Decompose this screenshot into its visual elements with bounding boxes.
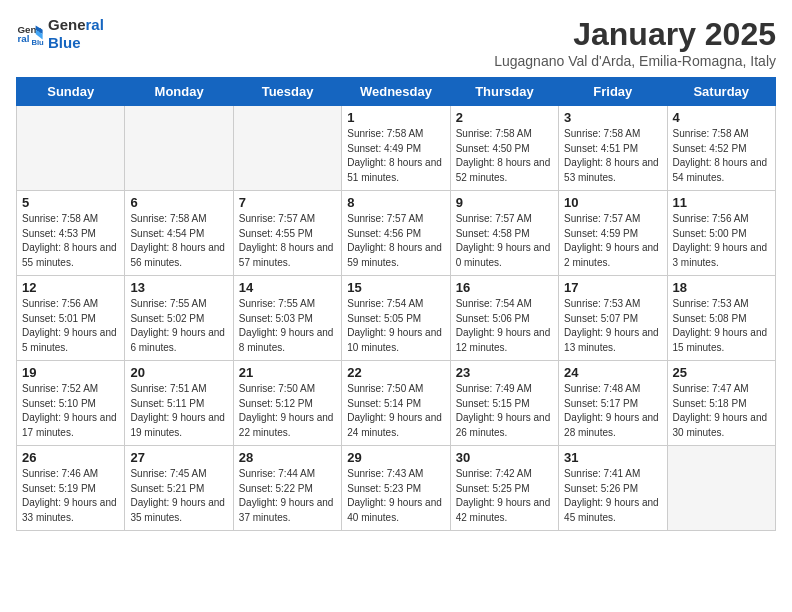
day-number: 4 bbox=[673, 110, 770, 125]
day-number: 11 bbox=[673, 195, 770, 210]
day-info: Sunrise: 7:58 AMSunset: 4:50 PMDaylight:… bbox=[456, 127, 553, 185]
day-info: Sunrise: 7:52 AMSunset: 5:10 PMDaylight:… bbox=[22, 382, 119, 440]
day-info: Sunrise: 7:58 AMSunset: 4:53 PMDaylight:… bbox=[22, 212, 119, 270]
day-number: 19 bbox=[22, 365, 119, 380]
day-cell-15: 15Sunrise: 7:54 AMSunset: 5:05 PMDayligh… bbox=[342, 276, 450, 361]
day-cell-6: 6Sunrise: 7:58 AMSunset: 4:54 PMDaylight… bbox=[125, 191, 233, 276]
day-number: 8 bbox=[347, 195, 444, 210]
day-number: 2 bbox=[456, 110, 553, 125]
day-cell-26: 26Sunrise: 7:46 AMSunset: 5:19 PMDayligh… bbox=[17, 446, 125, 531]
day-info: Sunrise: 7:58 AMSunset: 4:52 PMDaylight:… bbox=[673, 127, 770, 185]
calendar-title: January 2025 bbox=[494, 16, 776, 53]
day-info: Sunrise: 7:57 AMSunset: 4:58 PMDaylight:… bbox=[456, 212, 553, 270]
day-cell-11: 11Sunrise: 7:56 AMSunset: 5:00 PMDayligh… bbox=[667, 191, 775, 276]
day-info: Sunrise: 7:58 AMSunset: 4:51 PMDaylight:… bbox=[564, 127, 661, 185]
day-number: 16 bbox=[456, 280, 553, 295]
day-info: Sunrise: 7:45 AMSunset: 5:21 PMDaylight:… bbox=[130, 467, 227, 525]
day-info: Sunrise: 7:47 AMSunset: 5:18 PMDaylight:… bbox=[673, 382, 770, 440]
day-cell-3: 3Sunrise: 7:58 AMSunset: 4:51 PMDaylight… bbox=[559, 106, 667, 191]
day-cell-17: 17Sunrise: 7:53 AMSunset: 5:07 PMDayligh… bbox=[559, 276, 667, 361]
day-cell-4: 4Sunrise: 7:58 AMSunset: 4:52 PMDaylight… bbox=[667, 106, 775, 191]
day-number: 27 bbox=[130, 450, 227, 465]
day-cell-19: 19Sunrise: 7:52 AMSunset: 5:10 PMDayligh… bbox=[17, 361, 125, 446]
day-number: 28 bbox=[239, 450, 336, 465]
day-cell-10: 10Sunrise: 7:57 AMSunset: 4:59 PMDayligh… bbox=[559, 191, 667, 276]
day-info: Sunrise: 7:48 AMSunset: 5:17 PMDaylight:… bbox=[564, 382, 661, 440]
day-cell-2: 2Sunrise: 7:58 AMSunset: 4:50 PMDaylight… bbox=[450, 106, 558, 191]
day-info: Sunrise: 7:41 AMSunset: 5:26 PMDaylight:… bbox=[564, 467, 661, 525]
day-cell-18: 18Sunrise: 7:53 AMSunset: 5:08 PMDayligh… bbox=[667, 276, 775, 361]
day-number: 1 bbox=[347, 110, 444, 125]
day-info: Sunrise: 7:58 AMSunset: 4:49 PMDaylight:… bbox=[347, 127, 444, 185]
day-cell-31: 31Sunrise: 7:41 AMSunset: 5:26 PMDayligh… bbox=[559, 446, 667, 531]
day-header-sunday: Sunday bbox=[17, 78, 125, 106]
day-info: Sunrise: 7:56 AMSunset: 5:00 PMDaylight:… bbox=[673, 212, 770, 270]
day-header-friday: Friday bbox=[559, 78, 667, 106]
day-cell-23: 23Sunrise: 7:49 AMSunset: 5:15 PMDayligh… bbox=[450, 361, 558, 446]
svg-text:Blue: Blue bbox=[31, 38, 44, 47]
week-row-3: 12Sunrise: 7:56 AMSunset: 5:01 PMDayligh… bbox=[17, 276, 776, 361]
week-row-5: 26Sunrise: 7:46 AMSunset: 5:19 PMDayligh… bbox=[17, 446, 776, 531]
calendar-subtitle: Lugagnano Val d'Arda, Emilia-Romagna, It… bbox=[494, 53, 776, 69]
day-cell-8: 8Sunrise: 7:57 AMSunset: 4:56 PMDaylight… bbox=[342, 191, 450, 276]
day-info: Sunrise: 7:57 AMSunset: 4:56 PMDaylight:… bbox=[347, 212, 444, 270]
day-cell-27: 27Sunrise: 7:45 AMSunset: 5:21 PMDayligh… bbox=[125, 446, 233, 531]
day-info: Sunrise: 7:55 AMSunset: 5:02 PMDaylight:… bbox=[130, 297, 227, 355]
day-number: 6 bbox=[130, 195, 227, 210]
week-row-4: 19Sunrise: 7:52 AMSunset: 5:10 PMDayligh… bbox=[17, 361, 776, 446]
day-number: 30 bbox=[456, 450, 553, 465]
day-cell-28: 28Sunrise: 7:44 AMSunset: 5:22 PMDayligh… bbox=[233, 446, 341, 531]
day-info: Sunrise: 7:44 AMSunset: 5:22 PMDaylight:… bbox=[239, 467, 336, 525]
day-cell-16: 16Sunrise: 7:54 AMSunset: 5:06 PMDayligh… bbox=[450, 276, 558, 361]
day-cell-24: 24Sunrise: 7:48 AMSunset: 5:17 PMDayligh… bbox=[559, 361, 667, 446]
day-info: Sunrise: 7:57 AMSunset: 4:59 PMDaylight:… bbox=[564, 212, 661, 270]
day-info: Sunrise: 7:56 AMSunset: 5:01 PMDaylight:… bbox=[22, 297, 119, 355]
header: Gene ral Blue General Blue January 2025 … bbox=[16, 16, 776, 69]
day-number: 10 bbox=[564, 195, 661, 210]
day-info: Sunrise: 7:54 AMSunset: 5:05 PMDaylight:… bbox=[347, 297, 444, 355]
day-number: 23 bbox=[456, 365, 553, 380]
day-info: Sunrise: 7:53 AMSunset: 5:08 PMDaylight:… bbox=[673, 297, 770, 355]
day-cell-5: 5Sunrise: 7:58 AMSunset: 4:53 PMDaylight… bbox=[17, 191, 125, 276]
day-number: 24 bbox=[564, 365, 661, 380]
day-number: 15 bbox=[347, 280, 444, 295]
logo-text: General Blue bbox=[48, 16, 104, 52]
day-number: 20 bbox=[130, 365, 227, 380]
day-number: 3 bbox=[564, 110, 661, 125]
day-number: 13 bbox=[130, 280, 227, 295]
day-cell-21: 21Sunrise: 7:50 AMSunset: 5:12 PMDayligh… bbox=[233, 361, 341, 446]
day-info: Sunrise: 7:51 AMSunset: 5:11 PMDaylight:… bbox=[130, 382, 227, 440]
day-info: Sunrise: 7:57 AMSunset: 4:55 PMDaylight:… bbox=[239, 212, 336, 270]
day-info: Sunrise: 7:42 AMSunset: 5:25 PMDaylight:… bbox=[456, 467, 553, 525]
day-info: Sunrise: 7:43 AMSunset: 5:23 PMDaylight:… bbox=[347, 467, 444, 525]
day-header-thursday: Thursday bbox=[450, 78, 558, 106]
day-cell-9: 9Sunrise: 7:57 AMSunset: 4:58 PMDaylight… bbox=[450, 191, 558, 276]
day-number: 12 bbox=[22, 280, 119, 295]
day-info: Sunrise: 7:53 AMSunset: 5:07 PMDaylight:… bbox=[564, 297, 661, 355]
day-number: 9 bbox=[456, 195, 553, 210]
day-info: Sunrise: 7:58 AMSunset: 4:54 PMDaylight:… bbox=[130, 212, 227, 270]
day-cell-1: 1Sunrise: 7:58 AMSunset: 4:49 PMDaylight… bbox=[342, 106, 450, 191]
day-info: Sunrise: 7:50 AMSunset: 5:14 PMDaylight:… bbox=[347, 382, 444, 440]
day-number: 7 bbox=[239, 195, 336, 210]
empty-cell bbox=[233, 106, 341, 191]
day-number: 5 bbox=[22, 195, 119, 210]
day-info: Sunrise: 7:50 AMSunset: 5:12 PMDaylight:… bbox=[239, 382, 336, 440]
svg-text:ral: ral bbox=[17, 33, 29, 44]
day-number: 17 bbox=[564, 280, 661, 295]
day-number: 22 bbox=[347, 365, 444, 380]
day-number: 21 bbox=[239, 365, 336, 380]
day-cell-30: 30Sunrise: 7:42 AMSunset: 5:25 PMDayligh… bbox=[450, 446, 558, 531]
empty-cell bbox=[125, 106, 233, 191]
day-header-saturday: Saturday bbox=[667, 78, 775, 106]
day-info: Sunrise: 7:54 AMSunset: 5:06 PMDaylight:… bbox=[456, 297, 553, 355]
day-number: 25 bbox=[673, 365, 770, 380]
day-header-wednesday: Wednesday bbox=[342, 78, 450, 106]
logo-icon: Gene ral Blue bbox=[16, 20, 44, 48]
day-cell-20: 20Sunrise: 7:51 AMSunset: 5:11 PMDayligh… bbox=[125, 361, 233, 446]
day-header-tuesday: Tuesday bbox=[233, 78, 341, 106]
day-cell-13: 13Sunrise: 7:55 AMSunset: 5:02 PMDayligh… bbox=[125, 276, 233, 361]
day-cell-29: 29Sunrise: 7:43 AMSunset: 5:23 PMDayligh… bbox=[342, 446, 450, 531]
day-cell-7: 7Sunrise: 7:57 AMSunset: 4:55 PMDaylight… bbox=[233, 191, 341, 276]
week-row-2: 5Sunrise: 7:58 AMSunset: 4:53 PMDaylight… bbox=[17, 191, 776, 276]
